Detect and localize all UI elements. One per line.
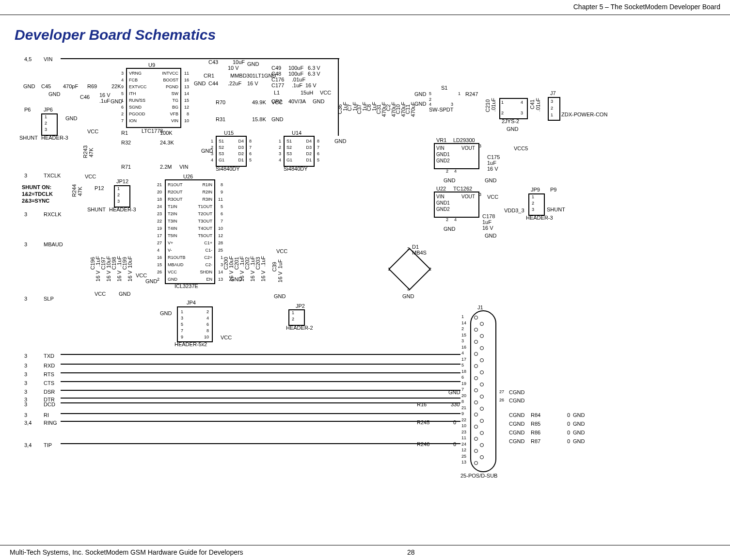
- c41-val: .01uF: [535, 98, 541, 112]
- d1-p1: 1: [388, 267, 390, 272]
- shunt-note-1: SHUNT ON:: [22, 184, 51, 190]
- s1-p5: 5: [429, 91, 431, 96]
- net-vcc5: VCC5: [514, 145, 528, 151]
- c44-volt: 16 V: [247, 80, 258, 86]
- c43-val: 10uF: [233, 59, 245, 65]
- r245-ref: R245: [417, 419, 429, 425]
- u15-part: Si4840DY: [216, 166, 240, 172]
- c44-ref: C44: [208, 80, 218, 86]
- net-vcc-u22: VCC: [487, 194, 498, 200]
- wire-serial-bus-3: [61, 372, 460, 373]
- u26-part: ICL3237E: [175, 283, 198, 289]
- c175-val: 1uF: [487, 160, 496, 166]
- d1-shape: [388, 247, 431, 291]
- r71-val: 2.2M: [160, 164, 172, 170]
- c201-volt: 16 V: [239, 271, 245, 282]
- p6-ref: P6: [24, 107, 31, 112]
- c44-val: .22uF: [228, 80, 241, 86]
- c177-val: .1uF: [292, 82, 302, 88]
- jys-p4: 4: [521, 100, 523, 105]
- r246-val: 0: [453, 441, 456, 447]
- jp6-p1: 1: [45, 114, 47, 119]
- j7-p2: 2: [551, 106, 553, 111]
- vr1-vout: VOUT: [461, 145, 475, 151]
- l1-val: 15uH: [301, 90, 313, 96]
- jys-p3: 3: [521, 111, 523, 115]
- jys-ref: 2JYS-2: [502, 118, 519, 124]
- R87-val: 0: [567, 438, 570, 444]
- u22-g2: GND2: [436, 207, 450, 212]
- jp9-part: HEADER-3: [526, 215, 553, 221]
- footer-page: 28: [407, 548, 415, 556]
- sig-pin-TXCLK: 3: [24, 173, 27, 178]
- page-header: Chapter 5 – The SocketModem Developer Bo…: [0, 0, 730, 15]
- u22-ref: U22: [436, 186, 446, 192]
- net-gnd-vr1: GND: [444, 177, 455, 183]
- sig-pin-SLP: 3: [24, 296, 27, 302]
- sig-name-TXD: TXD: [44, 353, 54, 359]
- sig-pin-RI: 3: [24, 412, 27, 418]
- c210-val: .01uF: [491, 98, 496, 112]
- c178-ref: C178: [482, 213, 495, 219]
- jp2-p1: 1: [292, 310, 294, 315]
- sig-name-RXCLK: RXCLK: [44, 211, 62, 217]
- sig-name-CTS: CTS: [44, 380, 54, 386]
- sig-name-RING: RING: [44, 420, 57, 426]
- jp6-p2: 2: [45, 121, 47, 126]
- jp9-body: [528, 193, 545, 216]
- net-gnd-3: GND: [111, 98, 122, 104]
- c203-volt: 16 V: [260, 271, 266, 282]
- page-title: Developer Board Schematics: [15, 27, 216, 43]
- c49-volt: 6.3 V: [308, 65, 320, 71]
- sig-name-MBAUD: MBAUD: [44, 241, 63, 247]
- p12-ref: P12: [95, 185, 104, 191]
- sig-pin-RXCLK: 3: [24, 211, 27, 217]
- jp12-part: HEADER-3: [109, 207, 136, 212]
- jp2-p2: 2: [292, 317, 294, 321]
- net-vin-r71: VIN: [179, 164, 188, 170]
- u14-part: Si4840DY: [284, 166, 308, 172]
- c45-ref: C45: [41, 83, 51, 89]
- u22-vout: VOUT: [461, 194, 475, 199]
- footer-left: Multi-Tech Systems, Inc. SocketModem GSM…: [10, 548, 243, 556]
- net-gnd-c178: GND: [485, 233, 496, 239]
- jp2-ref: JP2: [296, 303, 305, 309]
- c196-volt: 16 V: [95, 271, 101, 282]
- l1-ref: L1: [274, 90, 280, 96]
- net-gnd-caps-l: GND: [119, 291, 130, 297]
- j7-part: ZDX-POWER-CON: [561, 112, 607, 117]
- c46-val: .1uF: [99, 98, 110, 104]
- u26-ref: U26: [183, 174, 193, 179]
- net-gnd-d1: GND: [402, 293, 414, 299]
- vr1-g1: GND1: [436, 152, 450, 157]
- s1-p2: 2: [429, 97, 431, 102]
- net-gnd-caps: GND: [264, 73, 276, 79]
- c48-val: 100uF: [288, 71, 303, 77]
- wire-vin-drop: [338, 58, 339, 136]
- R85-val: 0: [567, 421, 570, 427]
- net-gnd-R86: GND: [573, 430, 585, 435]
- r243-ref: R243: [82, 145, 88, 158]
- shunt-note-3: 2&3=SYNC: [22, 198, 49, 204]
- r70-ref: R70: [216, 99, 225, 105]
- r71-ref: R71: [121, 164, 131, 170]
- jp9-p3: 3: [532, 207, 534, 212]
- c178-volt: 16 V: [482, 225, 493, 231]
- net-gnd-cr1: GND: [194, 80, 206, 86]
- net-vcc-l1: VCC: [320, 90, 331, 96]
- jp9-p2: 2: [532, 201, 534, 206]
- wire-serial-bus-8: [61, 413, 460, 414]
- R84-ref: R84: [531, 412, 540, 418]
- c178-val: 1uF: [482, 219, 492, 225]
- jp2-body: [288, 309, 305, 326]
- cr1-val: MMBD301LT1: [230, 73, 264, 79]
- s1-p1: 1: [458, 91, 460, 96]
- c48-volt: 6.3 V: [308, 71, 320, 77]
- R86-val: 0: [567, 430, 570, 435]
- r31-val: 15.8K: [252, 116, 266, 122]
- sig-pin-CTS: 3: [24, 380, 27, 386]
- net-vcc-u26: VCC: [136, 272, 147, 278]
- c46-ref: C46: [80, 94, 90, 100]
- u22-vin: VIN: [436, 194, 444, 199]
- net-cgnd-R86: CGND: [509, 430, 524, 435]
